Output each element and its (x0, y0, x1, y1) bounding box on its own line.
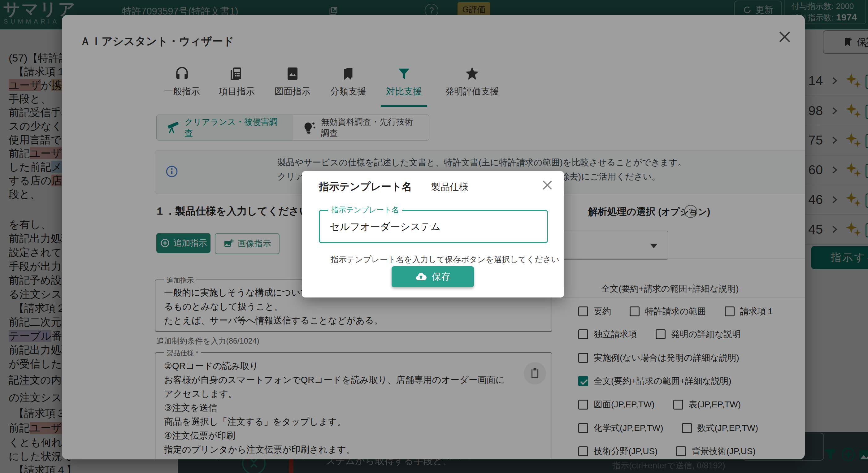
screen: サマリア SUMMARIA 特許7093597号(特許文書1) ? G評価 更新… (0, 0, 868, 473)
dialog-close-icon[interactable] (540, 178, 556, 193)
template-name-dialog: 指示テンプレート名 製品仕様 指示テンプレート名 セルフオーダーシステム 指示テ… (302, 171, 564, 297)
template-name-input-label: 指示テンプレート名 (328, 205, 402, 215)
dialog-save-label: 保存 (432, 271, 451, 283)
dialog-helper-text: 指示テンプレート名を入力して保存ボタンを選択してください (331, 254, 559, 265)
template-name-input-value[interactable]: セルフオーダーシステム (330, 220, 441, 234)
dialog-save-button[interactable]: 保存 (392, 266, 474, 287)
cloud-upload-icon (415, 271, 427, 283)
dialog-subtitle: 製品仕様 (431, 181, 468, 193)
dialog-title: 指示テンプレート名 (319, 180, 412, 194)
